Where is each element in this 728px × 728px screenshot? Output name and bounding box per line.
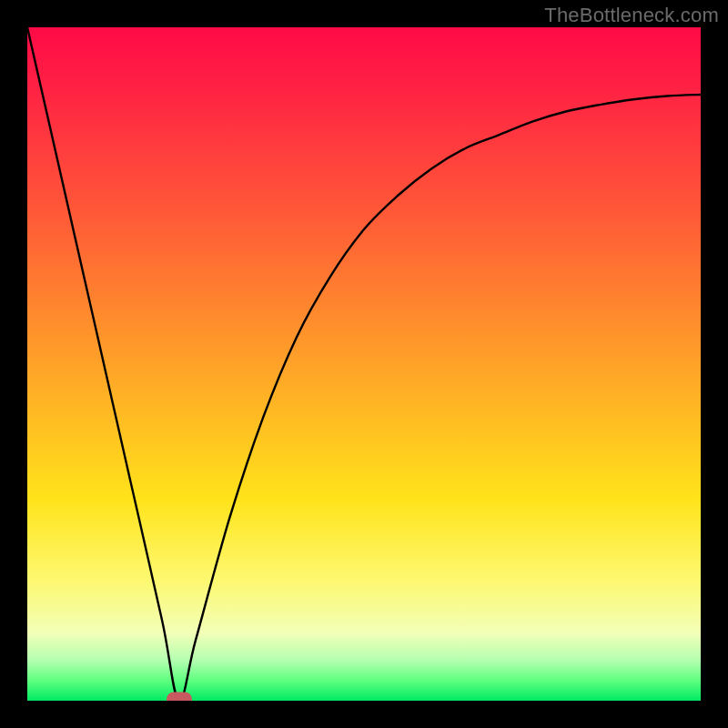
watermark-text: TheBottleneck.com	[544, 4, 719, 27]
curve-svg	[27, 27, 701, 701]
bottleneck-curve	[27, 27, 701, 701]
plot-area	[27, 27, 701, 701]
chart-frame: TheBottleneck.com	[0, 0, 728, 728]
optimum-marker	[167, 692, 192, 701]
